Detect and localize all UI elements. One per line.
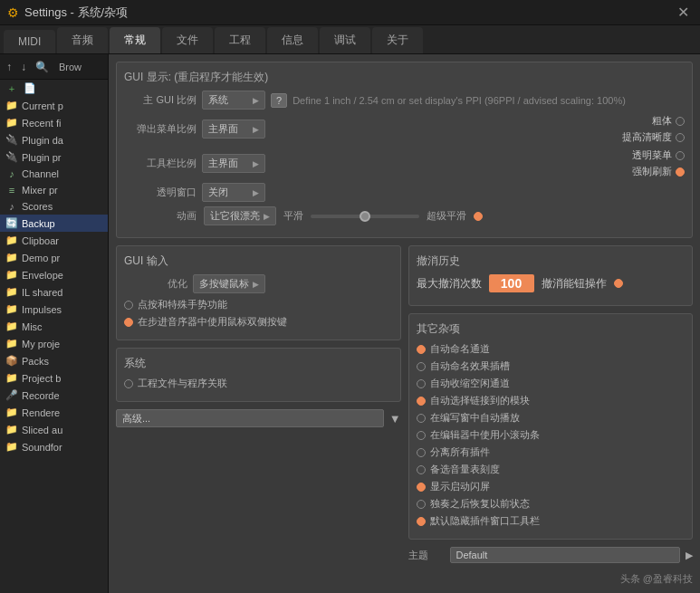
sidebar-item-icon: 📁: [5, 372, 18, 384]
gui-ratio-help-btn[interactable]: ?: [271, 93, 287, 108]
tab-about[interactable]: 关于: [372, 27, 423, 53]
left-column: GUI 输入 优化 多按键鼠标 点按和特殊手势功能 在步进音序器中使用鼠标双侧按…: [116, 245, 401, 563]
super-smooth-indicator[interactable]: [474, 212, 483, 221]
other-option-indicator[interactable]: [417, 345, 426, 354]
undo-btn-indicator[interactable]: [614, 279, 623, 288]
sidebar-item-label: Sliced au: [22, 425, 102, 435]
force-refresh-indicator[interactable]: [676, 167, 685, 177]
sidebar-item[interactable]: ♪Channel: [0, 166, 108, 182]
other-option-indicator[interactable]: [417, 414, 426, 423]
transparent-window-row: 透明窗口 关闭: [124, 183, 685, 202]
radio-click-gesture-indicator[interactable]: [124, 301, 133, 310]
other-title: 其它杂项: [417, 321, 686, 337]
close-button[interactable]: ✕: [674, 4, 693, 21]
smooth-slider[interactable]: [311, 215, 419, 218]
bold-indicator[interactable]: [676, 117, 685, 126]
right-options: 粗体 提高清晰度: [622, 114, 685, 144]
sidebar-up-btn[interactable]: ↑: [4, 59, 14, 75]
sidebar-item[interactable]: 🔄Backup: [0, 215, 108, 232]
radio-click-gesture[interactable]: 点按和特殊手势功能: [124, 298, 393, 311]
advanced-arrow[interactable]: ▼: [389, 412, 401, 426]
sidebar-item[interactable]: 🎤Recorde: [0, 387, 108, 404]
sidebar-item[interactable]: 📁Envelope: [0, 266, 108, 283]
sidebar-item[interactable]: ♪Scores: [0, 198, 108, 215]
title-text: Settings - 系统/杂项: [24, 5, 674, 21]
sidebar-item[interactable]: 📁Rendere: [0, 404, 108, 421]
max-undo-label: 最大撤消次数: [417, 276, 482, 292]
other-option-row[interactable]: 自动选择链接到的模块: [417, 394, 686, 407]
other-option-indicator[interactable]: [417, 465, 426, 474]
sidebar-item[interactable]: 📁Impulses: [0, 301, 108, 318]
sidebar-item[interactable]: 🔌Plugin da: [0, 131, 108, 148]
sidebar-down-btn[interactable]: ↓: [18, 59, 29, 75]
sidebar-item[interactable]: 📁Clipboar: [0, 232, 108, 249]
transparent-window-dropdown[interactable]: 关闭: [202, 183, 265, 202]
other-option-row[interactable]: 独奏之后恢复以前状态: [417, 497, 686, 511]
sidebar-item[interactable]: 📁My proje: [0, 335, 108, 352]
sidebar-add-item[interactable]: + 📄: [0, 80, 108, 97]
sidebar-item[interactable]: 📁Recent fi: [0, 114, 108, 131]
radio-step-sequencer-indicator[interactable]: [124, 318, 133, 327]
transparent-menu-indicator[interactable]: [676, 151, 685, 160]
other-option-row[interactable]: 在编写窗中自动播放: [417, 411, 686, 425]
sidebar-item[interactable]: 📁IL shared: [0, 283, 108, 301]
other-option-indicator[interactable]: [417, 362, 426, 371]
other-option-row[interactable]: 自动命名效果插槽: [417, 359, 686, 373]
popup-menu-ratio-dropdown[interactable]: 主界面: [202, 120, 265, 139]
other-option-indicator[interactable]: [417, 517, 426, 526]
optimization-dropdown[interactable]: 多按键鼠标: [193, 274, 265, 293]
sidebar-item[interactable]: 📁Misc: [0, 318, 108, 335]
sidebar-item-label: Channel: [22, 168, 102, 179]
other-option-indicator[interactable]: [417, 500, 426, 509]
tab-bar: MIDI 音频 常规 文件 工程 信息 调试 关于: [0, 25, 700, 54]
advanced-section: 高级... ▼: [116, 409, 401, 427]
sidebar-add-icon: +: [5, 83, 18, 94]
other-option-indicator[interactable]: [417, 448, 426, 457]
other-option-indicator[interactable]: [417, 431, 426, 440]
other-option-row[interactable]: 自动收缩空闲通道: [417, 377, 686, 390]
theme-arrow[interactable]: ▶: [686, 550, 693, 561]
sidebar-search-btn[interactable]: 🔍: [33, 59, 52, 75]
other-option-indicator[interactable]: [417, 397, 426, 406]
tab-project[interactable]: 工程: [215, 27, 265, 53]
sidebar-item-icon: 📁: [5, 441, 18, 453]
sidebar-item[interactable]: 📁Sliced au: [0, 421, 108, 438]
main-gui-ratio-dropdown[interactable]: 系统: [202, 91, 265, 110]
sidebar-item[interactable]: 📁Current p: [0, 97, 108, 114]
sidebar-item[interactable]: 📁Demo pr: [0, 249, 108, 266]
animation-dropdown[interactable]: 让它很漂亮: [204, 206, 276, 225]
tab-audio[interactable]: 音频: [57, 27, 108, 53]
theme-input[interactable]: [450, 547, 681, 563]
other-option-row[interactable]: 自动命名通道: [417, 342, 686, 356]
main-gui-ratio-label: 主 GUI 比例: [124, 93, 197, 107]
max-undo-input[interactable]: [489, 274, 534, 292]
toolbar-ratio-dropdown[interactable]: 主界面: [202, 154, 265, 173]
other-option-row[interactable]: 分离所有插件: [417, 445, 686, 459]
advanced-dropdown[interactable]: 高级...: [116, 409, 384, 427]
tab-debug[interactable]: 调试: [320, 27, 370, 53]
sidebar-item-label: Plugin pr: [22, 152, 102, 163]
tab-general[interactable]: 常规: [110, 27, 160, 53]
tab-info[interactable]: 信息: [267, 27, 318, 53]
other-option-indicator[interactable]: [417, 379, 426, 388]
tab-midi[interactable]: MIDI: [4, 30, 55, 53]
sidebar-item[interactable]: 📦Packs: [0, 352, 108, 369]
sidebar-item[interactable]: ≡Mixer pr: [0, 182, 108, 198]
gui-display-section: GUI 显示: (重启程序才能生效) 主 GUI 比例 系统 ? Define …: [116, 62, 693, 238]
other-option-indicator[interactable]: [417, 483, 426, 492]
radio-step-sequencer-label: 在步进音序器中使用鼠标双侧按键: [138, 315, 287, 329]
sidebar-item[interactable]: 📁Project b: [0, 369, 108, 387]
other-option-row[interactable]: 备选音量表刻度: [417, 463, 686, 476]
other-option-row[interactable]: 显示启动闪屏: [417, 480, 686, 493]
tab-file[interactable]: 文件: [162, 27, 213, 53]
undo-title: 撤消历史: [417, 253, 686, 269]
radio-project-assoc-indicator[interactable]: [124, 379, 133, 388]
clarity-indicator[interactable]: [676, 133, 685, 142]
radio-project-assoc[interactable]: 工程文件与程序关联: [124, 377, 393, 390]
other-option-row[interactable]: 在编辑器中使用小滚动条: [417, 428, 686, 442]
sidebar-item[interactable]: 🔌Plugin pr: [0, 148, 108, 166]
radio-step-sequencer[interactable]: 在步进音序器中使用鼠标双侧按键: [124, 315, 393, 329]
sidebar-item[interactable]: 📁Soundfor: [0, 438, 108, 455]
other-option-label: 自动命名效果插槽: [430, 359, 510, 373]
other-option-row[interactable]: 默认隐藏插件窗口工具栏: [417, 514, 686, 528]
